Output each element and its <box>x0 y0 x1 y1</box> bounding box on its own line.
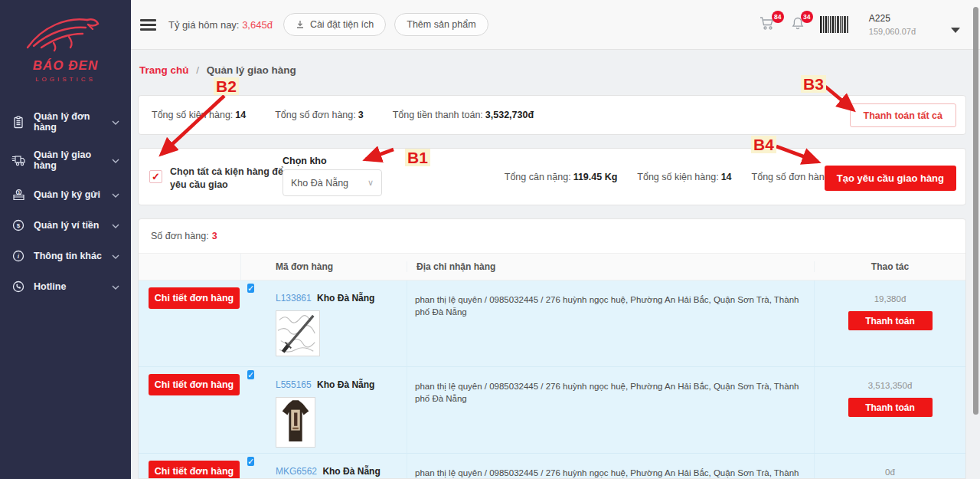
install-utility-label: Cài đặt tiện ích <box>310 19 374 30</box>
order-address: phan thị lệ quyên / 0985032445 / 276 huỳ… <box>407 367 814 453</box>
exchange-rate-label: Tỷ giá hôm nay: <box>168 19 240 31</box>
row-checkbox[interactable]: ✓ <box>247 457 254 466</box>
chevron-down-icon <box>112 220 119 231</box>
stat-weight-label: Tổng cân nặng: <box>505 172 571 182</box>
pay-order-button[interactable]: Thanh toán <box>848 398 933 417</box>
pay-order-button[interactable]: Thanh toán <box>848 311 933 330</box>
product-thumbnail[interactable] <box>276 397 315 448</box>
sidebar-item-label: Quản lý giao hàng <box>34 149 103 171</box>
stat-packages: Tổng số kiện hàng:14 <box>637 172 731 182</box>
col-order-id: Mã đơn hàng <box>266 261 407 272</box>
cart-badge: 84 <box>772 11 784 23</box>
install-utility-button[interactable]: Cài đặt tiện ích <box>283 13 386 36</box>
delivery-request-card: ✓ Chọn tất cả kiện hàng để yêu cầu giao … <box>138 148 966 205</box>
sidebar-item-label: Quản lý ký gửi <box>34 189 100 200</box>
select-all-label: Chọn tất cả kiện hàng để yêu cầu giao <box>170 166 291 192</box>
orders-table-card: Số đơn hàng: 3 Mã đơn hàng Địa chỉ nhận … <box>138 218 966 479</box>
order-amount: 19,380đ <box>815 294 965 303</box>
sidebar-item-label: Thông tin khác <box>34 251 102 261</box>
select-all-checkbox[interactable]: ✓ <box>149 170 162 183</box>
stat-packages-label: Tổng số kiện hàng: <box>637 172 718 182</box>
sidebar-item-consignment[interactable]: $ Quản lý ký gửi <box>0 179 131 210</box>
orders-count-label: Số đơn hàng: <box>151 231 209 241</box>
order-detail-button[interactable]: Chi tiết đơn hàng <box>149 374 240 395</box>
warehouse-label: Chọn kho <box>283 156 327 166</box>
scrollbar-thumb[interactable] <box>973 7 978 415</box>
chevron-down-icon <box>112 281 119 292</box>
sidebar-item-orders[interactable]: Quản lý đơn hàng <box>0 103 131 141</box>
delivery-icon <box>11 153 25 167</box>
summary-total-orders-value: 3 <box>358 110 364 120</box>
logo: BÁO ĐEN LOGISTICS <box>0 0 131 83</box>
sidebar-item-delivery[interactable]: Quản lý giao hàng <box>0 141 131 179</box>
order-address: phan thị lệ quyên / 0985032445 / 276 huỳ… <box>407 281 814 366</box>
consignment-icon: $ <box>11 188 25 202</box>
sidebar-menu: Quản lý đơn hàng Quản lý giao hàng $ <box>0 103 131 302</box>
chevron-down-icon <box>112 116 119 127</box>
product-thumbnail[interactable] <box>276 310 320 356</box>
summary-total-packages: Tổng số kiện hàng:14 <box>152 110 246 120</box>
order-warehouse: Kho Đà Nẵng <box>317 293 374 303</box>
row-checkbox[interactable]: ✓ <box>247 284 254 293</box>
account-balance: 159,060.07đ <box>869 27 916 36</box>
order-id-link[interactable]: MKG6562 <box>276 466 317 477</box>
panther-logo-icon <box>23 12 109 52</box>
summary-total-orders-label: Tổng số đơn hàng: <box>275 110 356 120</box>
orders-icon <box>11 115 25 129</box>
stat-weight-value: 119.45 Kg <box>573 172 618 182</box>
table-row: Chi tiết đơn hàng ✓ L133861 Kho Đà Nẵng <box>139 281 965 367</box>
orders-count-value: 3 <box>212 231 217 241</box>
chevron-down-icon <box>112 251 119 261</box>
account-dropdown-caret-icon[interactable] <box>951 28 960 33</box>
breadcrumb-separator: / <box>196 64 199 76</box>
stat-packages-value: 14 <box>721 172 732 182</box>
summary-total-payment: Tổng tiền thanh toán:3,532,730đ <box>393 110 534 120</box>
svg-text:$: $ <box>17 222 21 229</box>
summary-total-orders: Tổng số đơn hàng:3 <box>275 110 363 120</box>
download-icon <box>296 20 305 29</box>
topbar-right: 84 34 A225 159,060.07đ <box>760 13 960 36</box>
breadcrumb-home[interactable]: Trang chủ <box>139 64 189 76</box>
hamburger-menu-icon[interactable] <box>140 17 156 33</box>
exchange-rate: Tỷ giá hôm nay: 3,645đ <box>168 19 273 31</box>
notifications-button[interactable]: 34 <box>791 16 805 34</box>
table-row: Chi tiết đơn hàng ✓ L555165 Kho Đà Nẵng … <box>139 367 965 454</box>
sidebar-item-hotline[interactable]: Hotline <box>0 271 131 302</box>
breadcrumb-current: Quản lý giao hàng <box>207 64 296 76</box>
select-chevron-icon: ∨ <box>368 178 374 188</box>
wallet-icon: $ <box>11 218 25 232</box>
info-icon: i <box>11 249 25 263</box>
sidebar-item-wallet[interactable]: $ Quản lý ví tiền <box>0 210 131 241</box>
exchange-rate-value: 3,645đ <box>242 19 273 31</box>
cart-button[interactable]: 84 <box>760 16 776 34</box>
stat-orders-label: Tổng số đơn hàng: <box>752 172 833 182</box>
breadcrumb: Trang chủ / Quản lý giao hàng <box>139 64 296 76</box>
order-address: phan thị lệ quyên / 0985032445 / 276 huỳ… <box>407 454 814 479</box>
add-product-button[interactable]: Thêm sản phẩm <box>394 13 488 36</box>
table-row: Chi tiết đơn hàng ✓ MKG6562 Kho Đà Nẵng … <box>139 454 965 479</box>
order-warehouse: Kho Đà Nẵng <box>317 379 374 390</box>
pay-all-button[interactable]: Thanh toán tất cả <box>850 103 956 127</box>
table-header: Mã đơn hàng Địa chỉ nhận hàng Thao tác <box>139 254 965 281</box>
create-delivery-request-button[interactable]: Tạo yêu cầu giao hàng <box>825 166 956 191</box>
sidebar-item-info[interactable]: i Thông tin khác <box>0 241 131 271</box>
summary-total-payment-value: 3,532,730đ <box>485 110 534 120</box>
warehouse-select[interactable]: Kho Đà Nẵng ∨ <box>283 169 382 196</box>
row-checkbox[interactable]: ✓ <box>247 370 254 379</box>
order-id-link[interactable]: L555165 <box>276 379 312 390</box>
hotline-icon <box>11 280 25 294</box>
order-id-link[interactable]: L133861 <box>276 293 312 303</box>
svg-text:i: i <box>18 252 20 260</box>
col-address: Địa chỉ nhận hàng <box>407 261 814 272</box>
delivery-stats: Tổng cân nặng:119.45 Kg Tổng số kiện hàn… <box>505 172 840 182</box>
order-detail-button[interactable]: Chi tiết đơn hàng <box>149 461 240 479</box>
account-info[interactable]: A225 159,060.07đ <box>869 13 916 36</box>
barcode-icon <box>820 16 849 33</box>
chevron-down-icon <box>112 155 119 166</box>
order-detail-button[interactable]: Chi tiết đơn hàng <box>149 287 240 309</box>
logo-title: BÁO ĐEN <box>0 58 131 74</box>
col-check <box>240 254 266 280</box>
summary-total-packages-value: 14 <box>235 110 246 120</box>
logo-subtitle: LOGISTICS <box>0 76 131 83</box>
col-actions: Thao tác <box>814 261 965 272</box>
